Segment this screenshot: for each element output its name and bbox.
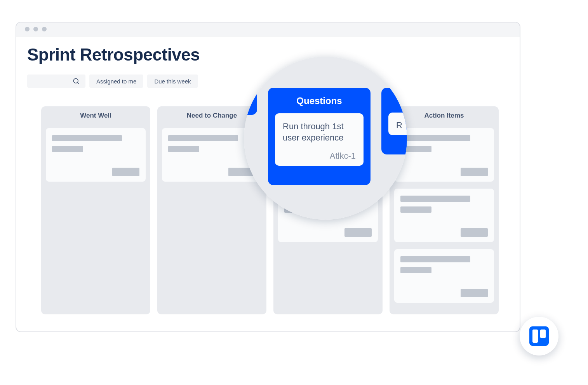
svg-line-1 bbox=[77, 82, 79, 84]
magnifier-lens: Questions Run through 1st user experienc… bbox=[244, 57, 407, 220]
window-control-minimize[interactable] bbox=[33, 27, 38, 31]
filter-due-this-week[interactable]: Due this week bbox=[147, 75, 198, 88]
card-tag-placeholder bbox=[461, 228, 488, 237]
card-title-placeholder bbox=[52, 135, 122, 141]
lens-card-tag: Atlkc-1 bbox=[283, 151, 356, 161]
filter-assigned-to-me[interactable]: Assigned to me bbox=[89, 75, 143, 88]
card-line-placeholder bbox=[52, 146, 83, 152]
card-title-placeholder bbox=[400, 135, 470, 141]
column-title: Action Items bbox=[394, 112, 494, 120]
search-icon bbox=[72, 77, 80, 85]
lens-column-title: Questions bbox=[275, 95, 364, 106]
lens-content: Questions Run through 1st user experienc… bbox=[244, 57, 407, 220]
card-tag-placeholder bbox=[344, 228, 372, 237]
card[interactable] bbox=[394, 249, 494, 303]
lens-card[interactable]: Run through 1st user experience Atlkc-1 bbox=[275, 113, 364, 166]
column-went-well[interactable]: Went Well bbox=[41, 106, 150, 314]
trello-badge[interactable] bbox=[520, 317, 558, 356]
lens-card-peek-text: R bbox=[396, 120, 402, 130]
page-title: Sprint Retrospectives bbox=[27, 45, 509, 64]
card-tag-placeholder bbox=[461, 289, 488, 297]
trello-icon bbox=[529, 326, 549, 346]
card[interactable] bbox=[46, 128, 146, 182]
window-control-close[interactable] bbox=[25, 27, 30, 31]
card-line-placeholder bbox=[400, 206, 431, 213]
card-title-placeholder bbox=[168, 135, 238, 141]
lens-card-text: Run through 1st user experience bbox=[283, 121, 356, 143]
search-button[interactable] bbox=[27, 75, 85, 88]
card[interactable] bbox=[394, 128, 494, 182]
lens-column-questions: Questions Run through 1st user experienc… bbox=[268, 88, 371, 185]
svg-point-0 bbox=[73, 78, 78, 83]
card-tag-placeholder bbox=[461, 168, 488, 176]
card-line-placeholder bbox=[168, 146, 199, 152]
card-line-placeholder bbox=[400, 267, 431, 273]
card-tag-placeholder bbox=[112, 168, 139, 176]
column-title: Went Well bbox=[46, 112, 146, 120]
window-control-zoom[interactable] bbox=[42, 27, 47, 31]
card-title-placeholder bbox=[400, 196, 470, 202]
card[interactable] bbox=[394, 189, 494, 242]
window-titlebar bbox=[16, 23, 520, 36]
card-title-placeholder bbox=[400, 256, 470, 262]
